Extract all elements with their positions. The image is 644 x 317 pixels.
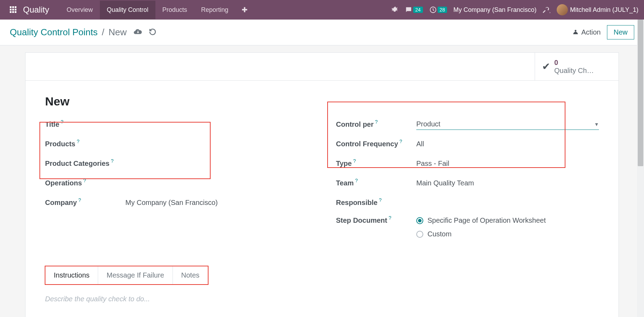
top-navbar: Quality Overview Quality Control Product… [0,0,644,20]
app-brand[interactable]: Quality [23,5,49,15]
avatar [557,4,568,15]
help-icon[interactable]: ? [83,178,86,183]
nav-quality-control[interactable]: Quality Control [100,1,155,19]
help-icon[interactable]: ? [379,197,382,203]
tab-instructions[interactable]: Instructions [45,266,98,284]
tools-icon[interactable] [543,6,550,14]
company-selector[interactable]: My Company (San Francisco) [453,6,536,14]
messages-badge: 24 [413,7,423,13]
breadcrumb-root[interactable]: Quality Control Points [10,27,97,38]
help-icon[interactable]: ? [389,215,391,221]
discard-icon[interactable] [148,28,157,37]
control-panel: Quality Control Points / New Action New [0,20,644,45]
svg-rect-2 [15,6,16,8]
label-control-frequency: Control Frequency? [336,140,416,148]
nav-new-tab-icon[interactable]: ✚ [235,6,254,14]
apps-icon[interactable] [8,5,18,15]
input-control-frequency[interactable]: All [416,140,599,148]
radio-custom[interactable]: Custom [416,230,599,238]
label-products: Products? [45,140,125,148]
select-control-per[interactable]: Product ▼ [416,119,599,130]
check-icon: ✔ [542,61,550,72]
label-team: Team? [336,179,416,187]
breadcrumb-separator: / [102,27,104,38]
nav-overview[interactable]: Overview [60,1,100,19]
label-type: Type? [336,160,416,168]
svg-rect-7 [12,11,14,13]
form-right-column: Control per? Product ▼ Control Frequency… [336,119,599,252]
chevron-down-icon: ▼ [594,121,599,127]
radio-icon [416,231,423,238]
label-control-per: Control per? [336,120,416,128]
radio-icon [416,217,423,224]
cloud-save-icon[interactable] [133,27,142,38]
stat-label: Quality Ch… [554,67,594,75]
label-title: Title? [45,120,125,128]
svg-rect-4 [12,9,14,10]
input-type[interactable]: Pass - Fail [416,160,599,168]
user-menu[interactable]: Mitchell Admin (JULY_1) [557,4,638,15]
help-icon[interactable]: ? [77,139,80,144]
input-company[interactable]: My Company (San Francisco) [125,199,308,207]
svg-rect-0 [10,6,12,8]
breadcrumb-current: New [109,27,127,38]
page-title: New [45,95,599,108]
form-left-column: Title? Products? Product Categories? Ope… [45,119,308,252]
user-name: Mitchell Admin (JULY_1) [570,6,638,14]
nav-reporting[interactable]: Reporting [194,1,235,19]
tab-message-if-failure[interactable]: Message If Failure [98,266,173,284]
scrollbar-thumb[interactable] [638,20,643,166]
help-icon[interactable]: ? [375,119,378,125]
label-responsible: Responsible? [336,199,416,207]
help-icon[interactable]: ? [355,178,358,183]
stat-quality-checks[interactable]: ✔ 0 Quality Ch… [535,53,619,80]
new-button[interactable]: New [607,25,634,39]
activities-badge: 28 [438,7,447,13]
label-product-categories: Product Categories? [45,160,125,168]
input-team[interactable]: Main Quality Team [416,179,599,187]
svg-rect-5 [15,9,16,10]
help-icon[interactable]: ? [111,158,114,164]
help-icon[interactable]: ? [61,119,64,125]
help-icon[interactable]: ? [353,158,356,164]
svg-rect-8 [15,11,16,13]
svg-rect-6 [10,11,12,13]
label-step-document: Step Document? [336,216,416,224]
svg-rect-1 [12,6,14,8]
notebook-tabs: Instructions Message If Failure Notes [45,266,208,285]
breadcrumb: Quality Control Points / New [10,27,127,38]
messages-icon[interactable]: 24 [405,6,423,14]
action-dropdown[interactable]: Action [572,28,601,36]
tab-content-instructions[interactable]: Describe the quality check to do... [45,285,599,314]
debug-icon[interactable] [391,6,398,14]
activities-icon[interactable]: 28 [429,6,447,14]
action-label: Action [581,28,601,36]
nav-products[interactable]: Products [155,1,194,19]
help-icon[interactable]: ? [78,197,81,203]
svg-rect-3 [10,9,12,10]
help-icon[interactable]: ? [400,139,402,144]
form-sheet: ✔ 0 Quality Ch… New Title? Products? [25,52,619,317]
tab-notes[interactable]: Notes [173,266,208,284]
label-company: Company? [45,199,125,207]
instructions-placeholder: Describe the quality check to do... [45,295,150,303]
radio-specific-page[interactable]: Specific Page of Operation Worksheet [416,216,599,224]
label-operations: Operations? [45,179,125,187]
stat-count: 0 [554,59,594,67]
